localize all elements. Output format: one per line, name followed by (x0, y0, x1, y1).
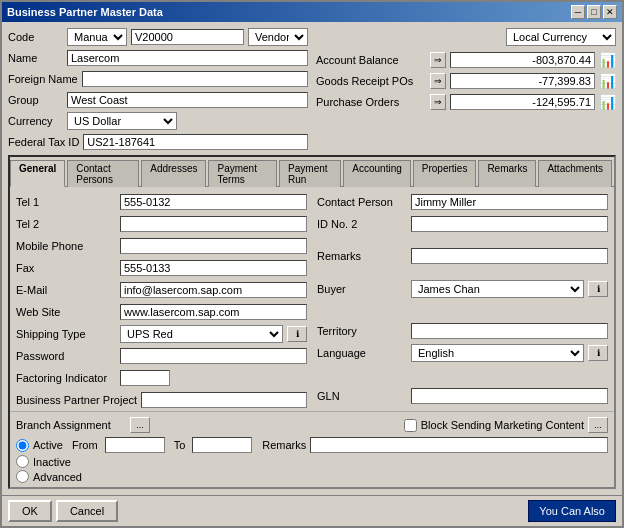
ok-button[interactable]: OK (8, 500, 52, 522)
language-select[interactable]: English (411, 344, 584, 362)
contact-person-input[interactable]: Jimmy Miller (411, 194, 608, 210)
group-input[interactable]: West Coast (67, 92, 308, 108)
advanced-radio[interactable] (16, 470, 29, 483)
right-top-fields: Local Currency Account Balance ⇒ -803,87… (316, 28, 616, 151)
goods-receipt-input[interactable]: -77,399.83 (450, 73, 595, 89)
territory-input[interactable] (411, 323, 608, 339)
code-row: Code Manual V20000 Vendor (8, 28, 308, 46)
currency-row: Currency US Dollar (8, 112, 308, 130)
shipping-info-btn[interactable]: ℹ (287, 326, 307, 342)
shipping-label: Shipping Type (16, 328, 116, 340)
group-row: Group West Coast (8, 91, 308, 109)
block-checkbox[interactable] (404, 419, 417, 432)
maximize-button[interactable]: □ (587, 5, 601, 19)
active-radio-row: Active From To (16, 437, 252, 453)
account-balance-arrow[interactable]: ⇒ (430, 52, 446, 68)
tab-remarks[interactable]: Remarks (478, 160, 536, 187)
purchase-orders-arrow[interactable]: ⇒ (430, 94, 446, 110)
factoring-label: Factoring Indicator (16, 372, 116, 384)
tel1-row: Tel 1 555-0132 (16, 193, 307, 211)
advanced-label: Advanced (33, 471, 82, 483)
account-balance-input[interactable]: -803,870.44 (450, 52, 595, 68)
fax-input[interactable]: 555-0133 (120, 260, 307, 276)
federal-tax-row: Federal Tax ID US21-187641 (8, 133, 308, 151)
contact-person-label: Contact Person (317, 196, 407, 208)
active-label: Active (33, 439, 63, 451)
tabs-area: General Contact Persons Addresses Paymen… (8, 155, 616, 489)
code-id-input[interactable]: V20000 (131, 29, 244, 45)
goods-receipt-row: Goods Receipt POs ⇒ -77,399.83 📊 (316, 72, 616, 90)
tab-attachments[interactable]: Attachments (538, 160, 612, 187)
general-bottom-area: Branch Assignment ... Block Sending Mark… (10, 411, 614, 487)
mobile-input[interactable] (120, 238, 307, 254)
close-button[interactable]: ✕ (603, 5, 617, 19)
general-left-column: Tel 1 555-0132 Tel 2 Mobile Phone Fax 55… (16, 193, 307, 405)
you-can-also-button[interactable]: You Can Also (528, 500, 616, 522)
tel2-input[interactable] (120, 216, 307, 232)
active-radio[interactable] (16, 439, 29, 452)
remarks-row: Remarks (317, 247, 608, 265)
tel1-input[interactable]: 555-0132 (120, 194, 307, 210)
language-row: Language English ℹ (317, 344, 608, 362)
tel2-label: Tel 2 (16, 218, 116, 230)
buyer-row: Buyer James Chan ℹ (317, 280, 608, 298)
tab-payment-terms[interactable]: Payment Terms (208, 160, 277, 187)
branch-btn[interactable]: ... (130, 417, 150, 433)
tab-addresses[interactable]: Addresses (141, 160, 206, 187)
to-label: To (174, 439, 186, 451)
website-input[interactable]: www.lasercom.sap.com (120, 304, 307, 320)
minimize-button[interactable]: ─ (571, 5, 585, 19)
shipping-select[interactable]: UPS Red (120, 325, 283, 343)
id-no-input[interactable] (411, 216, 608, 232)
remarks-input[interactable] (411, 248, 608, 264)
main-window: Business Partner Master Data ─ □ ✕ Code … (0, 0, 624, 528)
goods-receipt-chart-icon[interactable]: 📊 (599, 73, 616, 89)
local-currency-select[interactable]: Local Currency (506, 28, 616, 46)
to-input[interactable] (192, 437, 252, 453)
block-checkbox-row: Block Sending Marketing Content ... (404, 417, 608, 433)
foreign-name-input[interactable] (82, 71, 308, 87)
tel2-row: Tel 2 (16, 215, 307, 233)
bp-project-label: Business Partner Project (16, 394, 137, 406)
purchase-orders-chart-icon[interactable]: 📊 (599, 94, 616, 110)
email-input[interactable]: info@lasercom.sap.com (120, 282, 307, 298)
language-info-btn[interactable]: ℹ (588, 345, 608, 361)
tab-properties[interactable]: Properties (413, 160, 477, 187)
block-info-btn[interactable]: ... (588, 417, 608, 433)
password-input[interactable] (120, 348, 307, 364)
cancel-button[interactable]: Cancel (56, 500, 118, 522)
buyer-info-btn[interactable]: ℹ (588, 281, 608, 297)
tab-general[interactable]: General (10, 160, 65, 187)
goods-receipt-arrow[interactable]: ⇒ (430, 73, 446, 89)
contact-person-row: Contact Person Jimmy Miller (317, 193, 608, 211)
fax-label: Fax (16, 262, 116, 274)
tab-payment-run[interactable]: Payment Run (279, 160, 341, 187)
account-balance-chart-icon[interactable]: 📊 (599, 52, 616, 68)
tel1-label: Tel 1 (16, 196, 116, 208)
bp-project-input[interactable] (141, 392, 307, 408)
inactive-radio[interactable] (16, 455, 29, 468)
mobile-row: Mobile Phone (16, 237, 307, 255)
active-remarks-row: Active From To Inactive Advanced (16, 437, 608, 483)
top-section: Code Manual V20000 Vendor Name Lasercom (8, 28, 616, 151)
federal-tax-label: Federal Tax ID (8, 136, 79, 148)
gln-input[interactable] (411, 388, 608, 404)
purchase-orders-input[interactable]: -124,595.71 (450, 94, 595, 110)
factoring-input[interactable] (120, 370, 170, 386)
currency-select[interactable]: US Dollar (67, 112, 177, 130)
buyer-select[interactable]: James Chan (411, 280, 584, 298)
name-input[interactable]: Lasercom (67, 50, 308, 66)
name-label: Name (8, 52, 63, 64)
name-row: Name Lasercom (8, 49, 308, 67)
local-currency-row: Local Currency (316, 28, 616, 46)
tab-contact-persons[interactable]: Contact Persons (67, 160, 139, 187)
group-label: Group (8, 94, 63, 106)
mobile-label: Mobile Phone (16, 240, 116, 252)
code-select[interactable]: Manual (67, 28, 127, 46)
tab-accounting[interactable]: Accounting (343, 160, 410, 187)
from-input[interactable] (105, 437, 165, 453)
bottom-left-buttons: OK Cancel (8, 500, 118, 522)
remarks-bottom-input[interactable] (310, 437, 608, 453)
federal-tax-input[interactable]: US21-187641 (83, 134, 308, 150)
vendor-select[interactable]: Vendor (248, 28, 308, 46)
